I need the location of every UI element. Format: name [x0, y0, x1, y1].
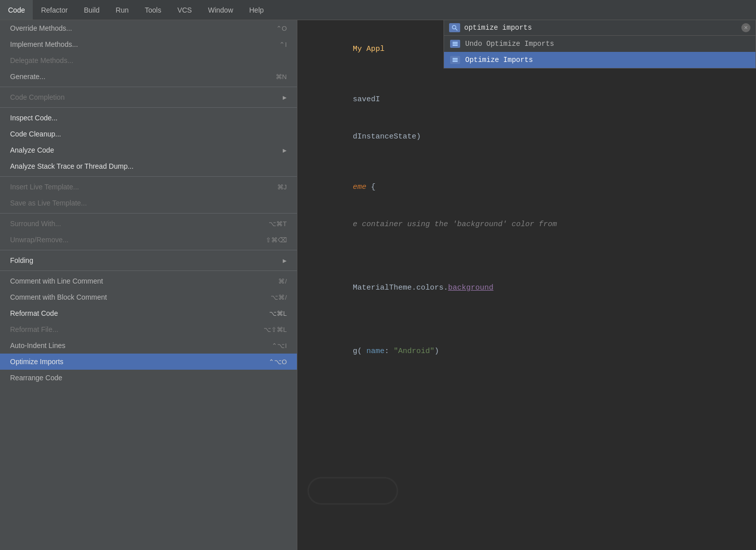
menu-unwrap-remove[interactable]: Unwrap/Remove... ⇧⌘⌫ [0, 232, 297, 248]
code-line [307, 307, 746, 319]
code-line: g( name: "Android") [307, 333, 746, 370]
menu-auto-indent[interactable]: Auto-Indent Lines ⌃⌥I [0, 337, 297, 354]
menu-reformat-file[interactable]: Reformat File... ⌥⇧⌘L [0, 321, 297, 337]
menu-code-cleanup[interactable]: Code Cleanup... [0, 126, 297, 142]
arrow-icon-folding: ▶ [283, 258, 287, 263]
search-input[interactable] [464, 24, 741, 32]
menu-folding[interactable]: Folding ▶ [0, 252, 297, 268]
menu-reformat-code[interactable]: Reformat Code ⌥⌘L [0, 305, 297, 321]
menu-item-build[interactable]: Build [76, 0, 107, 20]
svg-point-0 [453, 26, 456, 29]
menu-item-tools[interactable]: Tools [137, 0, 169, 20]
search-result-optimize[interactable]: Optimize Imports [444, 52, 755, 68]
code-line: e container using the 'background' color… [307, 207, 746, 243]
search-result-undo-optimize[interactable]: Undo Optimize Imports [444, 36, 755, 52]
code-line [307, 156, 746, 168]
menu-item-refactor[interactable]: Refactor [33, 0, 76, 20]
close-icon[interactable]: × [741, 23, 750, 32]
result-icon-2 [450, 56, 460, 64]
search-popup: × Undo Optimize Imports Optimize Imports [444, 20, 756, 68]
menu-block-comment[interactable]: Comment with Block Comment ⌥⌘/ [0, 289, 297, 305]
menu-item-run[interactable]: Run [108, 0, 137, 20]
result-icon-1 [450, 40, 460, 48]
menu-inspect-code[interactable]: Inspect Code... [0, 110, 297, 126]
menu-rearrange-code[interactable]: Rearrange Code [0, 370, 297, 386]
separator-5 [0, 250, 297, 250]
code-line: MaterialTheme.colors.background [307, 270, 746, 306]
menu-item-vcs[interactable]: VCS [169, 0, 200, 20]
menu-save-live-template[interactable]: Save as Live Template... [0, 195, 297, 211]
editor-area: × Undo Optimize Imports Optimize Imports… [297, 20, 756, 550]
search-icon [449, 23, 460, 32]
code-line [307, 320, 746, 332]
menu-analyze-code[interactable]: Analyze Code ▶ [0, 142, 297, 158]
arrow-icon: ▶ [283, 95, 287, 100]
code-line [307, 68, 746, 81]
menu-optimize-imports[interactable]: Optimize Imports ⌃⌥O [0, 354, 297, 370]
separator-1 [0, 87, 297, 87]
menu-delegate-methods[interactable]: Delegate Methods... [0, 52, 297, 68]
separator-6 [0, 270, 297, 271]
menu-surround-with[interactable]: Surround With... ⌥⌘T [0, 216, 297, 232]
separator-3 [0, 176, 297, 177]
menu-analyze-stack-trace[interactable]: Analyze Stack Trace or Thread Dump... [0, 158, 297, 174]
menu-bar: Code Refactor Build Run Tools VCS Window… [0, 0, 756, 20]
code-dropdown-menu: Override Methods... ⌃O Implement Methods… [0, 20, 297, 550]
code-line: savedI [307, 82, 746, 118]
menu-line-comment[interactable]: Comment with Line Comment ⌘/ [0, 273, 297, 289]
menu-code-completion[interactable]: Code Completion ▶ [0, 89, 297, 105]
code-line [307, 257, 746, 269]
separator-2 [0, 107, 297, 108]
bubble-annotation [307, 477, 398, 505]
menu-item-code[interactable]: Code [0, 0, 33, 20]
menu-generate[interactable]: Generate... ⌘N [0, 68, 297, 85]
menu-insert-live-template[interactable]: Insert Live Template... ⌘J [0, 179, 297, 195]
svg-line-1 [456, 29, 457, 30]
menu-item-window[interactable]: Window [200, 0, 241, 20]
main-container: Override Methods... ⌃O Implement Methods… [0, 20, 756, 550]
separator-4 [0, 213, 297, 214]
code-line: eme { [307, 169, 746, 205]
menu-override-methods[interactable]: Override Methods... ⌃O [0, 20, 297, 36]
search-bar: × [444, 20, 755, 36]
arrow-icon-analyze: ▶ [283, 148, 287, 153]
menu-implement-methods[interactable]: Implement Methods... ⌃I [0, 36, 297, 52]
code-display: My Appl savedI dInstanceState) eme { e c… [297, 20, 756, 381]
menu-item-help[interactable]: Help [241, 0, 272, 20]
code-line: dInstanceState) [307, 119, 746, 155]
code-line [307, 244, 746, 256]
